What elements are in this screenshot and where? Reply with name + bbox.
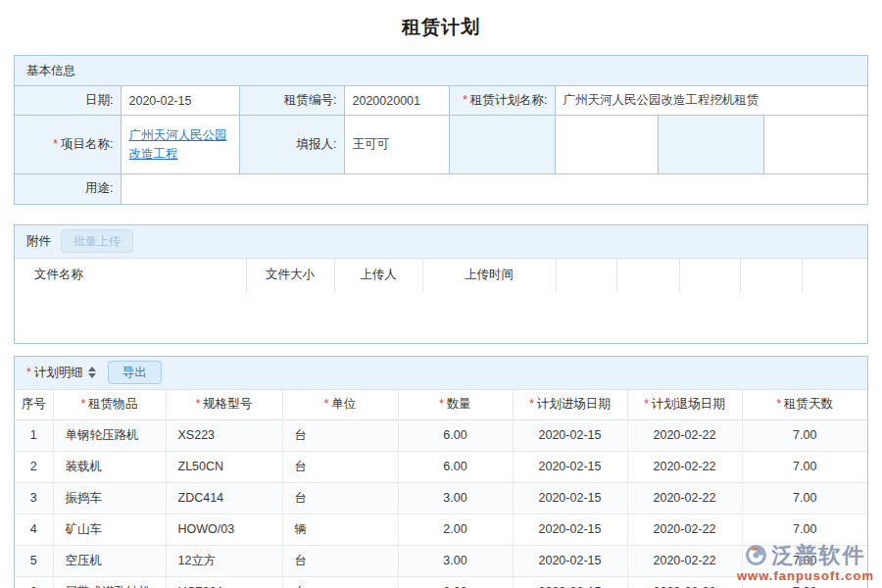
cell-model: HOWO/03 bbox=[166, 514, 282, 545]
plan-detail-title: 计划明细 bbox=[34, 365, 83, 381]
cell-end-date: 2020-02-22 bbox=[627, 576, 742, 588]
cell-seq: 2 bbox=[15, 451, 53, 482]
plan-detail-table: 序号 *租赁物品 *规格型号 *单位 *数量 *计划进场日期 *计划退场日期 *… bbox=[15, 390, 867, 588]
column-header-file-name: 文件名称 bbox=[15, 259, 246, 292]
cell-end-date: 2020-02-22 bbox=[627, 451, 742, 482]
cell-unit: 台 bbox=[282, 419, 398, 451]
column-header-start-date: *计划进场日期 bbox=[513, 390, 627, 420]
column-header-days: *租赁天数 bbox=[742, 390, 867, 420]
basic-info-row-2: *项目名称: 广州天河人民公园改造工程 填报人: 王可可 bbox=[15, 116, 867, 174]
cell-days: 7.00 bbox=[742, 514, 867, 545]
attachments-table: 文件名称 文件大小 上传人 上传时间 bbox=[15, 259, 867, 292]
cell-start-date: 2020-02-15 bbox=[513, 576, 627, 588]
field-label-empty-2 bbox=[658, 116, 763, 174]
cell-start-date: 2020-02-15 bbox=[513, 514, 627, 545]
page: 租赁计划 基本信息 日期: 2020-02-15 租赁编号: 202002000… bbox=[0, 0, 882, 588]
column-header-qty: *数量 bbox=[398, 390, 513, 420]
sort-toggle[interactable] bbox=[88, 367, 96, 378]
field-value-empty-2 bbox=[763, 116, 867, 174]
cell-unit: 台 bbox=[282, 576, 398, 588]
cell-item: 履带式潜孔钻机 bbox=[53, 576, 166, 588]
cell-model: 12立方 bbox=[166, 545, 282, 576]
section-plan-detail: * 计划明细 导出 序号 *租赁物品 *规格型号 *单位 *数量 *计划进场日期… bbox=[14, 356, 868, 588]
cell-item: 装载机 bbox=[53, 451, 166, 482]
column-header-item: *租赁物品 bbox=[53, 390, 166, 420]
project-name-link[interactable]: 广州天河人民公园改造工程 bbox=[129, 128, 227, 161]
cell-days: 7.00 bbox=[742, 576, 867, 588]
export-button[interactable]: 导出 bbox=[108, 361, 162, 385]
cell-unit: 辆 bbox=[282, 514, 398, 545]
section-header-attachments: 附件 批量上传 bbox=[15, 225, 867, 259]
cell-days: 7.00 bbox=[742, 482, 867, 514]
field-value-purpose bbox=[121, 174, 867, 204]
column-header-uploader: 上传人 bbox=[334, 259, 422, 292]
cell-days: 7.00 bbox=[742, 419, 867, 451]
column-header-upload-time: 上传时间 bbox=[422, 259, 556, 292]
field-label-plan-name: *租赁计划名称: bbox=[449, 86, 555, 116]
table-row: 2 装载机 ZL50CN 台 6.00 2020-02-15 2020-02-2… bbox=[15, 451, 867, 482]
field-value-date: 2020-02-15 bbox=[121, 86, 239, 116]
column-header-empty-4 bbox=[740, 259, 802, 292]
column-header-empty-1 bbox=[556, 259, 616, 292]
cell-unit: 台 bbox=[282, 451, 398, 482]
cell-model: XS223 bbox=[166, 419, 282, 451]
cell-item: 振捣车 bbox=[53, 482, 166, 514]
cell-seq: 3 bbox=[15, 482, 53, 514]
cell-unit: 台 bbox=[282, 482, 398, 514]
cell-qty: 6.00 bbox=[398, 419, 513, 451]
chevron-down-icon bbox=[88, 373, 96, 378]
column-header-model: *规格型号 bbox=[166, 390, 282, 420]
field-value-rent-no: 2020020001 bbox=[344, 86, 449, 116]
cell-seq: 4 bbox=[15, 514, 53, 545]
field-value-plan-name: 广州天河人民公园改造工程挖机租赁 bbox=[555, 86, 867, 116]
column-header-empty-3 bbox=[679, 259, 740, 292]
basic-info-title: 基本信息 bbox=[26, 63, 75, 79]
column-header-empty-5 bbox=[802, 259, 867, 292]
cell-qty: 2.00 bbox=[398, 576, 513, 588]
table-row: 3 振捣车 ZDC414 台 3.00 2020-02-15 2020-02-2… bbox=[15, 482, 867, 514]
cell-start-date: 2020-02-15 bbox=[513, 545, 627, 576]
required-mark: * bbox=[463, 93, 467, 107]
basic-info-row-1: 日期: 2020-02-15 租赁编号: 2020020001 *租赁计划名称:… bbox=[15, 86, 867, 116]
column-header-unit: *单位 bbox=[282, 390, 398, 420]
cell-end-date: 2020-02-22 bbox=[627, 419, 742, 451]
field-label-reporter: 填报人: bbox=[239, 116, 344, 174]
cell-qty: 2.00 bbox=[398, 514, 513, 545]
field-label-purpose: 用途: bbox=[15, 174, 121, 204]
attachments-empty-body bbox=[15, 292, 867, 343]
column-header-file-size: 文件大小 bbox=[246, 259, 334, 292]
cell-item: 空压机 bbox=[53, 545, 166, 576]
cell-seq: 6 bbox=[15, 576, 53, 588]
table-row: 5 空压机 12立方 台 3.00 2020-02-15 2020-02-22 … bbox=[15, 545, 867, 576]
required-mark: * bbox=[26, 366, 31, 379]
plan-detail-header-row: 序号 *租赁物品 *规格型号 *单位 *数量 *计划进场日期 *计划退场日期 *… bbox=[15, 390, 867, 420]
field-value-reporter: 王可可 bbox=[344, 116, 449, 174]
cell-end-date: 2020-02-22 bbox=[627, 545, 742, 576]
cell-days: 7.00 bbox=[742, 451, 867, 482]
cell-days: 7.00 bbox=[742, 545, 867, 576]
cell-item: 矿山车 bbox=[53, 514, 166, 545]
attachments-header-row: 文件名称 文件大小 上传人 上传时间 bbox=[15, 259, 867, 292]
cell-unit: 台 bbox=[282, 545, 398, 576]
cell-start-date: 2020-02-15 bbox=[513, 451, 627, 482]
section-basic-info: 基本信息 日期: 2020-02-15 租赁编号: 2020020001 *租赁… bbox=[14, 55, 868, 205]
table-row: 4 矿山车 HOWO/03 辆 2.00 2020-02-15 2020-02-… bbox=[15, 514, 867, 545]
batch-upload-button[interactable]: 批量上传 bbox=[61, 229, 133, 253]
cell-end-date: 2020-02-22 bbox=[627, 514, 742, 545]
chevron-up-icon bbox=[88, 367, 96, 371]
table-row: 6 履带式潜孔钻机 HC726A 台 2.00 2020-02-15 2020-… bbox=[15, 576, 867, 588]
cell-model: HC726A bbox=[166, 576, 282, 588]
cell-start-date: 2020-02-15 bbox=[513, 419, 627, 451]
cell-qty: 3.00 bbox=[398, 545, 513, 576]
section-header-plan-detail: * 计划明细 导出 bbox=[15, 357, 867, 390]
cell-start-date: 2020-02-15 bbox=[513, 482, 627, 514]
cell-item: 单钢轮压路机 bbox=[53, 419, 166, 451]
cell-seq: 1 bbox=[15, 419, 53, 451]
attachments-title: 附件 bbox=[26, 233, 51, 250]
page-title: 租赁计划 bbox=[0, 0, 882, 38]
cell-end-date: 2020-02-22 bbox=[627, 482, 742, 514]
section-header-basic-info: 基本信息 bbox=[15, 56, 867, 85]
column-header-seq: 序号 bbox=[15, 390, 53, 420]
field-label-date: 日期: bbox=[15, 86, 121, 116]
required-mark: * bbox=[53, 137, 58, 151]
